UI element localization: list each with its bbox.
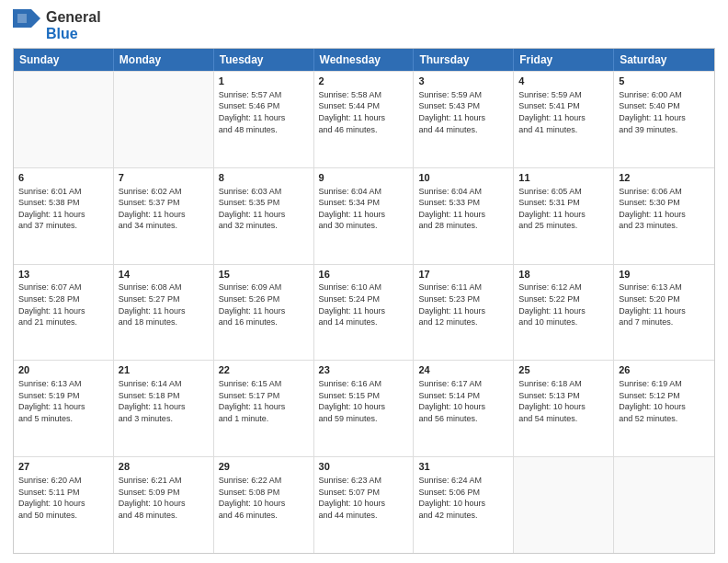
cal-cell-info: Sunrise: 6:09 AM Sunset: 5:26 PM Dayligh… (219, 282, 309, 327)
cal-cell: 27Sunrise: 6:20 AM Sunset: 5:11 PM Dayli… (14, 457, 114, 553)
cal-cell: 21Sunrise: 6:14 AM Sunset: 5:18 PM Dayli… (114, 361, 214, 456)
cal-header-monday: Monday (114, 49, 214, 71)
cal-day-number: 4 (518, 75, 609, 88)
cal-day-number: 9 (319, 171, 409, 185)
cal-week-3: 13Sunrise: 6:07 AM Sunset: 5:28 PM Dayli… (14, 264, 714, 361)
cal-cell-info: Sunrise: 6:14 AM Sunset: 5:18 PM Dayligh… (119, 378, 209, 424)
cal-cell: 20Sunrise: 6:13 AM Sunset: 5:19 PM Dayli… (14, 361, 114, 456)
cal-cell: 4Sunrise: 5:59 AM Sunset: 5:41 PM Daylig… (514, 72, 614, 167)
calendar-body: 1Sunrise: 5:57 AM Sunset: 5:46 PM Daylig… (14, 71, 714, 553)
cal-cell (614, 457, 714, 553)
logo-general-text: General (46, 9, 101, 26)
cal-cell-info: Sunrise: 6:13 AM Sunset: 5:19 PM Dayligh… (18, 378, 108, 424)
cal-day-number: 3 (418, 75, 508, 88)
cal-cell (114, 72, 214, 167)
cal-cell-info: Sunrise: 6:21 AM Sunset: 5:09 PM Dayligh… (119, 475, 209, 521)
cal-header-saturday: Saturday (614, 49, 714, 71)
cal-cell: 31Sunrise: 6:24 AM Sunset: 5:06 PM Dayli… (414, 457, 514, 553)
cal-cell: 13Sunrise: 6:07 AM Sunset: 5:28 PM Dayli… (14, 265, 114, 361)
cal-day-number: 19 (619, 268, 710, 282)
cal-day-number: 27 (18, 460, 108, 474)
cal-cell: 17Sunrise: 6:11 AM Sunset: 5:23 PM Dayli… (414, 265, 514, 361)
cal-cell-info: Sunrise: 6:10 AM Sunset: 5:24 PM Dayligh… (319, 282, 409, 327)
cal-day-number: 31 (418, 460, 508, 474)
cal-week-4: 20Sunrise: 6:13 AM Sunset: 5:19 PM Dayli… (14, 360, 714, 456)
cal-day-number: 14 (119, 268, 209, 282)
cal-day-number: 21 (119, 363, 209, 377)
cal-cell-info: Sunrise: 5:57 AM Sunset: 5:46 PM Dayligh… (219, 89, 309, 135)
cal-cell-info: Sunrise: 6:20 AM Sunset: 5:11 PM Dayligh… (18, 475, 108, 521)
cal-day-number: 1 (219, 75, 309, 88)
cal-day-number: 10 (418, 171, 508, 185)
cal-header-tuesday: Tuesday (214, 49, 314, 71)
cal-day-number: 5 (619, 75, 710, 88)
cal-cell: 18Sunrise: 6:12 AM Sunset: 5:22 PM Dayli… (514, 265, 614, 361)
cal-header-friday: Friday (514, 49, 614, 71)
cal-cell-info: Sunrise: 6:04 AM Sunset: 5:34 PM Dayligh… (319, 186, 409, 232)
cal-cell-info: Sunrise: 6:01 AM Sunset: 5:38 PM Dayligh… (18, 186, 108, 232)
cal-cell-info: Sunrise: 6:00 AM Sunset: 5:40 PM Dayligh… (619, 89, 710, 135)
cal-day-number: 8 (219, 171, 309, 185)
cal-day-number: 12 (619, 171, 710, 185)
cal-day-number: 29 (219, 460, 309, 474)
cal-cell-info: Sunrise: 6:23 AM Sunset: 5:07 PM Dayligh… (319, 475, 409, 521)
calendar: SundayMondayTuesdayWednesdayThursdayFrid… (13, 48, 715, 554)
cal-day-number: 23 (319, 363, 409, 377)
page: GeneralBlue SundayMondayTuesdayWednesday… (0, 0, 728, 563)
svg-marker-1 (17, 14, 27, 23)
cal-cell-info: Sunrise: 6:19 AM Sunset: 5:12 PM Dayligh… (619, 378, 710, 424)
cal-cell-info: Sunrise: 5:59 AM Sunset: 5:41 PM Dayligh… (518, 89, 609, 135)
cal-cell: 6Sunrise: 6:01 AM Sunset: 5:38 PM Daylig… (14, 168, 114, 264)
cal-cell-info: Sunrise: 6:05 AM Sunset: 5:31 PM Dayligh… (518, 186, 609, 232)
cal-cell-info: Sunrise: 6:12 AM Sunset: 5:22 PM Dayligh… (518, 282, 609, 327)
cal-cell-info: Sunrise: 5:58 AM Sunset: 5:44 PM Dayligh… (319, 89, 409, 135)
cal-day-number: 28 (119, 460, 209, 474)
calendar-header-row: SundayMondayTuesdayWednesdayThursdayFrid… (14, 49, 714, 71)
cal-cell-info: Sunrise: 6:03 AM Sunset: 5:35 PM Dayligh… (219, 186, 309, 232)
cal-day-number: 30 (319, 460, 409, 474)
cal-cell-info: Sunrise: 6:02 AM Sunset: 5:37 PM Dayligh… (119, 186, 209, 232)
cal-day-number: 2 (319, 75, 409, 88)
cal-cell (514, 457, 614, 553)
cal-cell: 3Sunrise: 5:59 AM Sunset: 5:43 PM Daylig… (414, 72, 514, 167)
cal-day-number: 26 (619, 363, 710, 377)
cal-day-number: 6 (18, 171, 108, 185)
logo-blue-text: Blue (46, 26, 101, 42)
cal-cell-info: Sunrise: 6:07 AM Sunset: 5:28 PM Dayligh… (18, 282, 108, 327)
cal-cell: 23Sunrise: 6:16 AM Sunset: 5:15 PM Dayli… (314, 361, 415, 456)
cal-day-number: 17 (418, 268, 508, 282)
cal-cell-info: Sunrise: 6:16 AM Sunset: 5:15 PM Dayligh… (319, 378, 409, 424)
cal-cell: 5Sunrise: 6:00 AM Sunset: 5:40 PM Daylig… (614, 72, 714, 167)
cal-cell-info: Sunrise: 6:04 AM Sunset: 5:33 PM Dayligh… (418, 186, 508, 232)
cal-week-1: 1Sunrise: 5:57 AM Sunset: 5:46 PM Daylig… (14, 71, 714, 167)
cal-cell-info: Sunrise: 6:13 AM Sunset: 5:20 PM Dayligh… (619, 282, 710, 327)
cal-day-number: 15 (219, 268, 309, 282)
cal-cell: 16Sunrise: 6:10 AM Sunset: 5:24 PM Dayli… (314, 265, 415, 361)
cal-cell: 30Sunrise: 6:23 AM Sunset: 5:07 PM Dayli… (314, 457, 415, 553)
logo-icon (13, 9, 40, 42)
cal-cell: 2Sunrise: 5:58 AM Sunset: 5:44 PM Daylig… (314, 72, 415, 167)
cal-cell: 22Sunrise: 6:15 AM Sunset: 5:17 PM Dayli… (214, 361, 314, 456)
cal-cell-info: Sunrise: 6:15 AM Sunset: 5:17 PM Dayligh… (219, 378, 309, 424)
cal-cell: 8Sunrise: 6:03 AM Sunset: 5:35 PM Daylig… (214, 168, 314, 264)
cal-cell-info: Sunrise: 5:59 AM Sunset: 5:43 PM Dayligh… (418, 89, 508, 135)
header: GeneralBlue (13, 9, 715, 42)
cal-cell-info: Sunrise: 6:18 AM Sunset: 5:13 PM Dayligh… (518, 378, 609, 424)
cal-week-2: 6Sunrise: 6:01 AM Sunset: 5:38 PM Daylig… (14, 167, 714, 264)
cal-cell: 1Sunrise: 5:57 AM Sunset: 5:46 PM Daylig… (214, 72, 314, 167)
cal-day-number: 25 (518, 363, 609, 377)
cal-cell-info: Sunrise: 6:22 AM Sunset: 5:08 PM Dayligh… (219, 475, 309, 521)
cal-cell-info: Sunrise: 6:06 AM Sunset: 5:30 PM Dayligh… (619, 186, 710, 232)
cal-cell (14, 72, 114, 167)
cal-cell-info: Sunrise: 6:08 AM Sunset: 5:27 PM Dayligh… (119, 282, 209, 327)
cal-cell: 10Sunrise: 6:04 AM Sunset: 5:33 PM Dayli… (414, 168, 514, 264)
cal-header-wednesday: Wednesday (314, 49, 415, 71)
cal-cell: 12Sunrise: 6:06 AM Sunset: 5:30 PM Dayli… (614, 168, 714, 264)
cal-cell: 29Sunrise: 6:22 AM Sunset: 5:08 PM Dayli… (214, 457, 314, 553)
cal-cell: 11Sunrise: 6:05 AM Sunset: 5:31 PM Dayli… (514, 168, 614, 264)
cal-cell: 15Sunrise: 6:09 AM Sunset: 5:26 PM Dayli… (214, 265, 314, 361)
cal-cell: 9Sunrise: 6:04 AM Sunset: 5:34 PM Daylig… (314, 168, 415, 264)
cal-cell: 26Sunrise: 6:19 AM Sunset: 5:12 PM Dayli… (614, 361, 714, 456)
cal-cell: 24Sunrise: 6:17 AM Sunset: 5:14 PM Dayli… (414, 361, 514, 456)
cal-day-number: 11 (518, 171, 609, 185)
